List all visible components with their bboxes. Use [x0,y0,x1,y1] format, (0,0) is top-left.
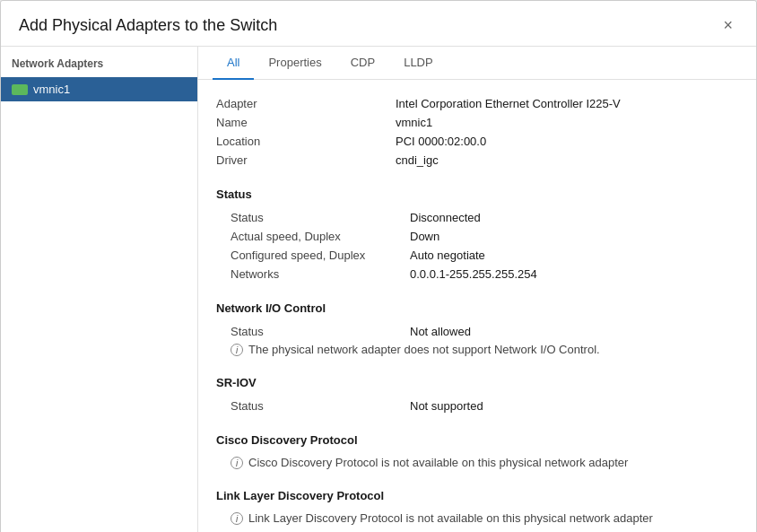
cdp-note: i Cisco Discovery Protocol is not availa… [231,454,738,471]
name-row: Name vmnic1 [216,113,738,132]
nic-icon [12,84,28,95]
status-label-1: Actual speed, Duplex [231,230,410,243]
tab-all[interactable]: All [213,47,254,80]
cdp-note-text: Cisco Discovery Protocol is not availabl… [248,456,628,469]
tab-properties[interactable]: Properties [254,47,335,80]
sidebar-item-vmnic1[interactable]: vmnic1 [1,77,197,101]
network-io-header: Network I/O Control [216,301,738,315]
tab-bar: All Properties CDP LLDP [198,47,756,80]
network-io-status-label: Status [231,325,410,338]
status-label-2: Configured speed, Duplex [231,249,410,262]
location-value: PCI 0000:02:00.0 [396,135,486,148]
sidebar-title: Network Adapters [1,57,197,77]
tab-cdp[interactable]: CDP [336,47,389,80]
network-io-section: Network I/O Control Status Not allowed i… [216,301,738,358]
lldp-note: i Link Layer Discovery Protocol is not a… [231,510,738,527]
status-value-1: Down [410,230,439,243]
content-scroll[interactable]: Adapter Intel Corporation Ethernet Contr… [198,80,756,532]
sr-iov-header: SR-IOV [216,376,738,389]
sr-iov-status-row: Status Not supported [231,397,738,415]
status-label-0: Status [231,211,410,224]
adapter-value: Intel Corporation Ethernet Controller I2… [396,97,621,110]
adapter-row: Adapter Intel Corporation Ethernet Contr… [216,94,738,113]
driver-label: Driver [216,153,396,167]
sr-iov-status-label: Status [231,399,410,413]
status-value-3: 0.0.0.1-255.255.255.254 [410,267,537,281]
status-row-2: Configured speed, Duplex Auto negotiate [231,246,738,265]
adapter-info-section: Adapter Intel Corporation Ethernet Contr… [216,94,738,170]
adapter-label: Adapter [216,97,396,110]
content-area: All Properties CDP LLDP Adapter Intel Co… [198,47,756,532]
add-physical-adapters-dialog: Add Physical Adapters to the Switch × Ne… [0,0,757,532]
status-header: Status [216,188,738,201]
location-row: Location PCI 0000:02:00.0 [216,132,738,151]
info-icon-network-io: i [231,344,243,356]
network-io-status-row: Status Not allowed [231,322,738,341]
network-io-note-text: The physical network adapter does not su… [248,343,600,356]
name-label: Name [216,116,396,129]
dialog-title: Add Physical Adapters to the Switch [19,16,277,35]
network-io-content: Status Not allowed i The physical networ… [216,322,738,358]
driver-value: cndi_igc [396,153,439,167]
lldp-header: Link Layer Discovery Protocol [216,489,738,502]
cdp-content: i Cisco Discovery Protocol is not availa… [216,454,738,471]
lldp-section: Link Layer Discovery Protocol i Link Lay… [216,489,738,527]
status-row-0: Status Disconnected [231,208,738,227]
name-value: vmnic1 [396,116,432,129]
sr-iov-section: SR-IOV Status Not supported [216,376,738,415]
dialog-header: Add Physical Adapters to the Switch × [1,1,756,47]
sidebar-item-label: vmnic1 [33,83,70,96]
tab-lldp[interactable]: LLDP [389,47,448,80]
info-icon-cdp: i [231,457,243,469]
status-section: Status Status Disconnected Actual speed,… [216,188,738,283]
status-label-3: Networks [231,267,410,281]
lldp-note-text: Link Layer Discovery Protocol is not ava… [248,511,653,525]
status-value-0: Disconnected [410,211,481,224]
status-rows: Status Disconnected Actual speed, Duplex… [216,208,738,283]
cdp-section: Cisco Discovery Protocol i Cisco Discove… [216,433,738,471]
status-value-2: Auto negotiate [410,249,485,262]
network-io-note: i The physical network adapter does not … [231,341,738,358]
driver-row: Driver cndi_igc [216,151,738,170]
info-icon-lldp: i [231,512,243,525]
status-row-1: Actual speed, Duplex Down [231,227,738,246]
network-io-status-value: Not allowed [410,325,471,338]
dialog-body: Network Adapters vmnic1 All Properties C… [1,47,756,532]
close-button[interactable]: × [718,15,738,35]
lldp-content: i Link Layer Discovery Protocol is not a… [216,510,738,527]
sr-iov-content: Status Not supported [216,397,738,415]
cdp-header: Cisco Discovery Protocol [216,433,738,447]
status-row-3: Networks 0.0.0.1-255.255.255.254 [231,265,738,283]
sidebar: Network Adapters vmnic1 [1,47,198,532]
location-label: Location [216,135,396,148]
sr-iov-status-value: Not supported [410,399,483,413]
